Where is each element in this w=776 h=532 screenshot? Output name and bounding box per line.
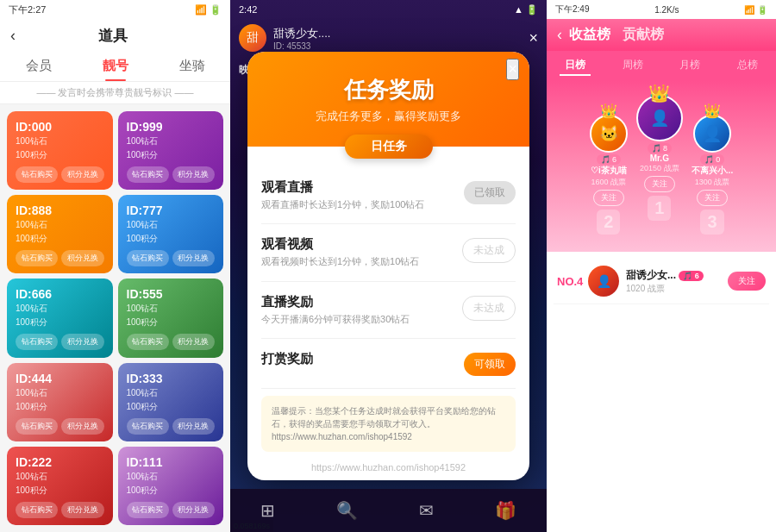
tab-member[interactable]: 会员 [0,58,77,81]
streamer-name: 甜诱少女.... ID: 45533 [273,26,529,51]
diamond-buy-button[interactable]: 钻石购买 [127,418,169,435]
item-points: 100积分 [16,401,104,413]
item-points: 100积分 [16,485,104,497]
podium-score-2: 1600 战票 [591,177,627,188]
points-exchange-button[interactable]: 积分兑换 [172,334,215,350]
points-exchange-button[interactable]: 积分兑换 [61,502,103,518]
diamond-buy-button[interactable]: 钻石购买 [16,250,58,266]
podium-name-3: 不离兴小... [692,165,733,177]
points-exchange-button[interactable]: 积分兑换 [61,418,103,435]
streamer-avatar: 甜 [239,24,266,52]
task-watch-video-title: 观看视频 [261,236,462,253]
points-exchange-button[interactable]: 积分兑换 [172,502,215,518]
points-exchange-button[interactable]: 积分兑换 [172,166,215,183]
task-item-tip-reward: 打赏奖励 可领取 [261,339,516,389]
podium-rank2: 👑 🐱 🎵 6 ♡i茶丸喵 1600 战票 关注 2 [590,115,628,235]
left-header: ‹ 道具 [0,19,230,53]
task-header: 任务奖励 完成任务更多，赢得奖励更多 × 日任务 [247,52,529,147]
diamond-buy-button[interactable]: 钻石购买 [127,250,169,266]
close-button[interactable]: × [529,29,538,47]
item-price: 100钻石 [127,303,216,315]
task-available-button[interactable]: 可领取 [464,353,516,376]
item-id: ID:333 [127,372,216,385]
item-price: 100钻石 [16,219,104,231]
subtab-month[interactable]: 月榜 [674,56,705,76]
item-points: 100积分 [16,233,104,245]
points-exchange-button[interactable]: 积分兑换 [61,334,103,350]
task-item-watch-video: 观看视频 观看视频时长达到1分钟，奖励10钻石 未达成 [261,224,516,281]
subtab-week[interactable]: 周榜 [617,56,648,76]
list-rank: NO.4 [557,275,581,288]
task-close-button[interactable]: × [506,59,519,80]
item-id: ID:777 [127,203,216,217]
right-back-button[interactable]: ‹ [557,26,562,44]
task-notice: 温馨提示：当您某个任务达成时就会获得平台奖励给您的钻石，获得的奖品需要您手动领取… [261,396,516,452]
diamond-buy-button[interactable]: 钻石购买 [16,166,58,183]
diamond-buy-button[interactable]: 钻石购买 [16,418,58,435]
tab-revenue[interactable]: 收益榜 [569,26,610,44]
follow-button-3[interactable]: 关注 [697,190,728,206]
items-grid: ID:000 100钻石 100积分 钻石购买 积分兑换 ID:999 100钻… [0,104,230,532]
home-icon[interactable]: ⊞ [260,500,275,521]
item-price: 100钻石 [127,387,216,399]
points-exchange-button[interactable]: 积分兑换 [172,250,215,266]
subtab-day[interactable]: 日榜 [560,56,591,76]
left-title: 道具 [22,26,203,46]
right-podium: 👑 🐱 🎵 6 ♡i茶丸喵 1600 战票 关注 2 👑 👤 🎵 8 Mr.G … [547,81,776,252]
tab-callsign[interactable]: 靓号 [77,58,153,81]
tab-seat[interactable]: 坐骑 [153,58,230,81]
crown-icon-3: 👑 [704,103,721,119]
tab-contribution[interactable]: 贡献榜 [623,26,664,44]
back-button[interactable]: ‹ [10,27,16,45]
message-icon[interactable]: ✉ [419,500,434,521]
item-333: ID:333 100钻石 100积分 钻石购买 积分兑换 [118,363,224,441]
streamer-id: ID: 45533 [273,41,529,51]
left-tabs: 会员 靓号 坐骑 [0,53,230,82]
podium-score-3: 1300 战票 [695,177,730,188]
points-exchange-button[interactable]: 积分兑换 [61,166,103,183]
list-avatar: 👤 [588,266,619,297]
diamond-buy-button[interactable]: 钻石购买 [16,502,58,518]
item-id: ID:222 [16,455,104,469]
diamond-buy-button[interactable]: 钻石购买 [16,334,58,350]
crown-icon-2: 👑 [600,103,617,119]
list-score: 1020 战票 [626,283,728,295]
item-points: 100积分 [127,316,216,329]
item-666: ID:666 100钻石 100积分 钻石购买 积分兑换 [7,279,113,357]
list-name: 甜诱少女... 🎵 6 [626,268,728,283]
points-exchange-button[interactable]: 积分兑换 [172,418,215,435]
item-999: ID:999 100钻石 100积分 钻石购买 积分兑换 [118,111,224,190]
marquee-notice: —— 发言时会携带尊贵靓号标识 —— [0,82,230,104]
podium-badge-1: 🎵 8 [648,143,673,153]
follow-button-2[interactable]: 关注 [593,190,624,206]
task-pending-button[interactable]: 未达成 [462,238,516,263]
item-444: ID:444 100钻石 100积分 钻石购买 积分兑换 [7,363,113,441]
mid-status-icons: ▲ 🔋 [514,4,538,16]
podium-rank-num-3: 3 [700,210,723,235]
left-panel: 下午2:27 📶 🔋 ‹ 道具 会员 靓号 坐骑 —— 发言时会携带尊贵靓号标识… [0,0,230,532]
podium-name-2: ♡i茶丸喵 [591,165,627,177]
right-net: 1.2K/s [654,5,679,15]
item-222: ID:222 100钻石 100积分 钻石购买 积分兑换 [7,447,113,525]
crown-icon-1: 👑 [648,83,670,103]
diamond-buy-button[interactable]: 钻石购买 [127,502,169,518]
diamond-buy-button[interactable]: 钻石购买 [127,334,169,350]
task-claim-button[interactable]: 已领取 [464,181,516,204]
item-id: ID:999 [127,120,216,134]
diamond-buy-button[interactable]: 钻石购买 [127,166,169,183]
right-icons: 📶 🔋 [744,5,767,15]
points-exchange-button[interactable]: 积分兑换 [61,250,103,266]
item-888: ID:888 100钻石 100积分 钻石购买 积分兑换 [7,195,113,273]
list-follow-button[interactable]: 关注 [728,272,766,291]
task-item-live-reward: 直播奖励 今天开播满6分钟可获得奖励30钻石 未达成 [261,282,516,339]
task-pending-button2[interactable]: 未达成 [462,296,516,321]
item-id: ID:666 [16,287,104,301]
podium-avatar-2: 🐱 [590,115,628,153]
task-item-watch-live: 观看直播 观看直播时长达到1分钟，奖励100钻石 已领取 [261,167,516,224]
search-icon[interactable]: 🔍 [336,500,358,521]
subtab-total[interactable]: 总榜 [732,56,763,76]
right-list: NO.4 👤 甜诱少女... 🎵 6 1020 战票 关注 [547,252,776,532]
follow-button-1[interactable]: 关注 [644,176,675,192]
gift-icon[interactable]: 🎁 [495,500,516,521]
item-000: ID:000 100钻石 100积分 钻石购买 积分兑换 [7,111,113,190]
